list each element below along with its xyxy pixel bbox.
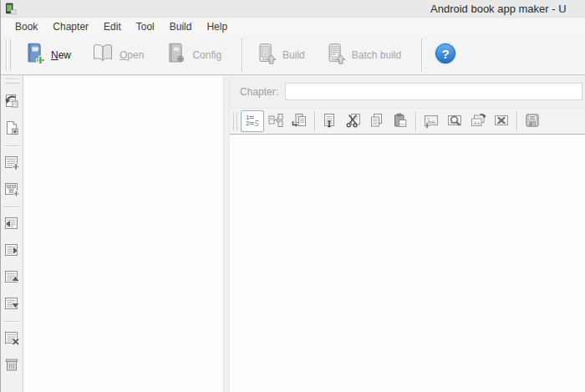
rail-grip[interactable] <box>5 79 19 84</box>
replace-image-icon <box>470 112 486 131</box>
menu-help[interactable]: Help <box>199 18 235 35</box>
copy-icon <box>369 112 385 131</box>
editor-toolbar-separator <box>415 111 416 131</box>
svg-text:5: 5 <box>255 118 259 127</box>
main-toolbar: New Open <box>1 35 585 75</box>
move-chapter-left-button[interactable] <box>2 214 22 234</box>
batch-build-button[interactable]: Batch build <box>318 38 407 72</box>
chapter-label: Chapter: <box>240 86 278 98</box>
chapter-tree-panel[interactable] <box>23 76 224 392</box>
config-button-label: Config <box>192 49 221 61</box>
chapter-bar: Chapter: <box>230 75 585 109</box>
menu-edit[interactable]: Edit <box>96 18 129 35</box>
build-button[interactable]: Build <box>249 38 311 72</box>
rail-separator <box>4 145 19 146</box>
editor-toolbar: 1 2 5 <box>230 109 585 135</box>
move-chapter-left-icon <box>3 215 20 234</box>
menu-book[interactable]: Book <box>8 18 45 35</box>
insert-image-icon <box>423 112 440 131</box>
app-window: Android book app maker - U Book Chapter … <box>0 0 585 392</box>
cut-button[interactable] <box>342 110 365 132</box>
editor-toolbar-separator <box>314 111 315 131</box>
add-chapter-icon <box>3 154 20 173</box>
build-phone-icon <box>255 42 278 68</box>
new-button[interactable]: New <box>16 37 77 73</box>
chapter-title-input[interactable] <box>285 83 582 100</box>
window-title: Android book app maker - U <box>430 3 567 15</box>
chapter-numbering-icon: 1 2 5 <box>244 112 261 131</box>
rail-separator <box>4 206 19 207</box>
move-chapter-down-button[interactable] <box>2 294 22 314</box>
editor-toolbar-grip[interactable] <box>233 112 237 130</box>
title-bar: Android book app maker - U <box>1 0 585 18</box>
replace-image-button[interactable] <box>466 110 490 132</box>
delete-chapter-icon <box>3 329 20 349</box>
editor-toolbar-separator <box>516 111 517 131</box>
new-book-icon <box>22 41 47 69</box>
insert-text-icon <box>322 112 338 131</box>
open-button[interactable]: Open <box>84 37 150 73</box>
help-button[interactable]: ? <box>432 40 459 69</box>
config-book-icon <box>163 41 188 69</box>
copy-button[interactable] <box>365 110 389 132</box>
chapter-content-editor[interactable] <box>230 135 585 392</box>
insert-text-button[interactable] <box>318 110 342 132</box>
chapter-tools-rail <box>1 75 23 392</box>
svg-text:?: ? <box>442 47 450 61</box>
move-chapter-down-icon <box>3 295 20 314</box>
batch-build-button-label: Batch build <box>352 49 401 61</box>
move-chapter-up-icon <box>3 268 20 288</box>
menu-build[interactable]: Build <box>162 18 200 35</box>
move-chapter-right-button[interactable] <box>2 241 22 261</box>
workspace: Chapter: 1 2 5 <box>1 75 585 392</box>
rail-separator <box>4 321 19 322</box>
svg-text:2: 2 <box>247 120 250 126</box>
add-subchapter-button[interactable] <box>2 180 22 200</box>
svg-text:1: 1 <box>247 115 250 120</box>
chapter-numbering-button[interactable]: 1 2 5 <box>241 110 264 132</box>
split-chapter-button[interactable] <box>264 110 287 132</box>
delete-image-icon <box>493 112 510 131</box>
open-button-label: Open <box>120 49 144 61</box>
merge-chapters-button[interactable] <box>287 110 311 132</box>
delete-image-button[interactable] <box>490 110 513 132</box>
split-chapter-icon <box>267 112 284 131</box>
open-book-icon <box>90 41 115 69</box>
menu-bar: Book Chapter Edit Tool Build Help <box>1 18 585 35</box>
delete-chapter-button[interactable] <box>2 328 22 349</box>
preview-image-icon <box>446 112 463 131</box>
menu-tool[interactable]: Tool <box>129 18 162 35</box>
panel-splitter[interactable] <box>224 75 230 392</box>
editor-pane: Chapter: 1 2 5 <box>230 75 585 392</box>
clear-chapters-icon <box>3 356 20 375</box>
import-chapter-icon <box>3 93 20 112</box>
new-button-label: New <box>51 49 71 61</box>
toolbar-separator <box>242 38 242 72</box>
paste-button[interactable] <box>389 110 412 132</box>
save-button[interactable] <box>521 110 544 132</box>
import-chapter-button[interactable] <box>2 92 22 112</box>
app-icon[interactable] <box>4 3 17 15</box>
merge-chapters-icon <box>291 112 308 131</box>
insert-image-button[interactable] <box>420 110 443 132</box>
cut-icon <box>345 112 362 131</box>
move-chapter-right-icon <box>3 242 20 261</box>
save-icon <box>524 112 541 131</box>
paste-icon <box>392 112 409 131</box>
add-subchapter-icon <box>3 181 20 200</box>
clear-chapters-button[interactable] <box>2 355 22 375</box>
build-button-label: Build <box>282 49 305 61</box>
help-circle-icon: ? <box>432 40 459 69</box>
toolbar-separator <box>421 38 422 72</box>
toolbar-grip[interactable] <box>6 39 11 71</box>
add-chapter-button[interactable] <box>2 153 22 173</box>
batch-build-phone-icon <box>324 42 348 68</box>
add-file-button[interactable] <box>2 119 22 139</box>
menu-chapter[interactable]: Chapter <box>45 18 96 35</box>
move-chapter-up-button[interactable] <box>2 267 22 288</box>
add-file-icon <box>3 120 20 139</box>
config-button[interactable]: Config <box>157 37 227 73</box>
preview-image-button[interactable] <box>443 110 466 132</box>
